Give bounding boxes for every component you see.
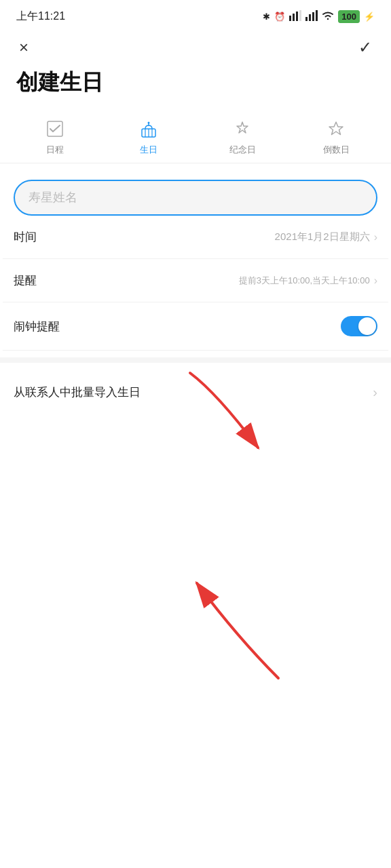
- svg-rect-7: [316, 10, 318, 21]
- close-button[interactable]: ×: [16, 35, 31, 60]
- svg-rect-2: [296, 12, 298, 21]
- toggle-thumb: [358, 317, 376, 335]
- status-time: 上午11:21: [16, 9, 65, 24]
- alarm-toggle[interactable]: [341, 316, 377, 336]
- birthday-icon: [139, 119, 158, 141]
- tab-anniversary[interactable]: 纪念日: [215, 119, 269, 156]
- time-chevron-icon: ›: [374, 231, 377, 243]
- svg-rect-0: [289, 16, 291, 21]
- form-rows: 时间 2021年1月2日星期六 › 提醒 提前3天上午10:00,当天上午10:…: [3, 216, 388, 351]
- tab-schedule-label: 日程: [46, 144, 64, 156]
- svg-point-14: [148, 122, 150, 124]
- schedule-icon: [45, 119, 64, 141]
- section-divider: [0, 357, 391, 363]
- arrow1: [136, 366, 299, 475]
- charging-icon: ⚡: [364, 12, 375, 22]
- signal-icon2: [305, 10, 318, 23]
- svg-rect-1: [293, 14, 295, 21]
- tab-birthday[interactable]: 生日: [122, 119, 176, 156]
- alarm-label: 闹钟提醒: [14, 319, 60, 334]
- tab-birthday-label: 生日: [140, 144, 157, 156]
- wifi-icon: [322, 11, 334, 22]
- countdown-icon: [327, 119, 346, 141]
- signal-icon1: [289, 10, 301, 23]
- tab-schedule[interactable]: 日程: [28, 119, 82, 156]
- tab-anniversary-label: 纪念日: [229, 144, 256, 156]
- tab-bar: 日程 生日 纪念日 倒数日: [0, 111, 391, 163]
- status-icons: ✱ ⏰ 100 ⚡: [263, 10, 375, 23]
- svg-marker-15: [329, 122, 343, 135]
- top-nav: × ✓: [0, 30, 391, 65]
- time-row[interactable]: 时间 2021年1月2日星期六 ›: [3, 216, 388, 259]
- name-input[interactable]: [29, 191, 362, 205]
- reminder-chevron-icon: ›: [374, 275, 377, 287]
- svg-rect-3: [299, 10, 301, 21]
- confirm-button[interactable]: ✓: [356, 35, 375, 60]
- page-title: 创建生日: [0, 65, 391, 111]
- alarm-icon: ⏰: [274, 12, 285, 22]
- reminder-row[interactable]: 提醒 提前3天上午10:00,当天上午10:00 ›: [3, 259, 388, 302]
- svg-rect-5: [309, 14, 311, 21]
- reminder-label: 提醒: [14, 273, 37, 288]
- reminder-value-wrapper: 提前3天上午10:00,当天上午10:00 ›: [239, 275, 377, 287]
- battery-icon: 100: [338, 10, 360, 23]
- anniversary-icon: [233, 119, 252, 141]
- bluetooth-icon: ✱: [263, 12, 270, 22]
- arrow2: [156, 556, 305, 692]
- reminder-value: 提前3天上午10:00,当天上午10:00: [239, 275, 370, 287]
- form-section: [0, 163, 391, 216]
- time-value: 2021年1月2日星期六: [275, 231, 370, 243]
- time-value-wrapper: 2021年1月2日星期六 ›: [275, 231, 377, 243]
- svg-rect-6: [312, 12, 314, 21]
- time-label: 时间: [14, 229, 37, 245]
- alarm-toggle-row: 闹钟提醒: [3, 302, 388, 351]
- status-bar: 上午11:21 ✱ ⏰ 10: [0, 0, 391, 30]
- tab-countdown[interactable]: 倒数日: [309, 119, 363, 156]
- import-label: 从联系人中批量导入生日: [14, 384, 141, 400]
- svg-rect-4: [305, 17, 308, 21]
- tab-countdown-label: 倒数日: [323, 144, 350, 156]
- import-chevron-icon: ›: [373, 384, 377, 400]
- name-input-wrapper[interactable]: [14, 180, 377, 216]
